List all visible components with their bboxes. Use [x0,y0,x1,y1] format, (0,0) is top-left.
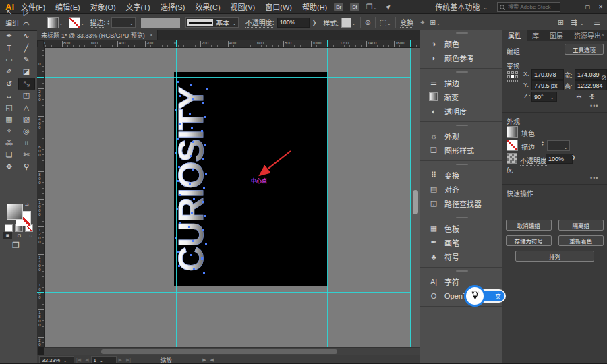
dock-item-align[interactable]: ▤对齐 [420,182,503,196]
close-tab-icon[interactable]: × [150,32,153,38]
menubar-menu-8[interactable]: 帮助(H) [302,1,327,12]
dock-group-handle[interactable] [456,164,468,165]
search-input[interactable] [507,3,556,11]
dock-item-transparency[interactable]: ◐透明度 [420,104,503,118]
zoom-tool[interactable]: ⚲ [19,161,34,173]
flip-horizontal-icon[interactable]: ▸|◂ [577,94,581,99]
line-segment-tool[interactable]: ╱ [19,42,34,54]
horizontal-ruler[interactable]: 1000800600400200020040060080010001200140… [44,40,420,48]
color-mode-button[interactable] [5,224,13,232]
ruler-corner[interactable] [37,40,44,47]
dock-group-handle[interactable] [456,32,468,34]
eyedropper-tool[interactable]: ✧ [1,125,17,137]
chevron-down-icon[interactable] [386,19,391,26]
y-field[interactable]: 779.5 px [531,80,564,90]
constrain-proportions-icon[interactable]: ⊘ [601,74,606,82]
panel-list-icon[interactable]: ☰ [594,18,600,27]
artboard-tool[interactable]: ❏ [1,149,17,160]
rocket-icon[interactable]: ➤ [383,1,394,12]
eraser-tool[interactable]: ◪ [19,66,34,78]
menubar-menu-4[interactable]: 选择(S) [161,1,185,12]
fill-swatch[interactable] [47,17,59,28]
draw-inside-icon[interactable]: ○ [26,232,35,239]
appearance-fill-swatch[interactable] [507,126,518,138]
stroke-weight-dropdown[interactable] [111,17,136,28]
column-graph-tool[interactable]: ⌗ [19,138,34,149]
collapse-panel-icon[interactable]: » [602,32,604,38]
maximize-button[interactable]: ▢ [581,0,594,13]
last-artboard-icon[interactable]: ▶| [126,357,131,363]
horizontal-scrollbar-thumb[interactable] [101,349,337,354]
quick-action-button-1[interactable]: 隔离组 [558,220,604,231]
fill-stroke-widget[interactable]: ⇄ [7,204,31,226]
first-artboard-icon[interactable]: |◀ [76,357,81,363]
selection-tool[interactable]: ↖ [1,7,17,18]
appearance-stroke-swatch[interactable] [507,140,518,151]
docs-grid-icon[interactable]: ⊞ [558,18,564,27]
dock-group-handle[interactable] [456,125,468,126]
canvas-viewport[interactable]: CURIOSITY 中心点 [44,47,420,347]
panel-tab-0[interactable]: 属性 [502,30,527,41]
previous-artboard-icon[interactable]: ◀ [85,357,88,363]
draw-normal-icon[interactable]: ◙ [3,232,12,239]
dock-group-handle[interactable] [456,217,468,218]
close-button[interactable]: ✕ [594,0,607,13]
x-field[interactable]: 170.078 [531,69,564,80]
docs-arrangement-icon[interactable]: ⇶ [571,18,577,27]
effects-button[interactable]: fx. [507,166,514,174]
badge-logo[interactable] [464,285,486,307]
dock-item-transform[interactable]: ⠿变换 [420,168,503,182]
fill-color-well[interactable] [7,204,23,220]
isolate-icon[interactable]: ⊞ [430,18,436,27]
bounding-box-icon[interactable]: ⌖ [420,18,424,27]
dock-group-handle[interactable] [456,71,468,73]
dock-item-appearance[interactable]: ☼外观 [420,129,503,143]
guide-vertical[interactable] [171,47,171,347]
chevron-down-icon[interactable] [351,19,356,26]
brush-definition-dropdown[interactable]: 基本 [185,17,239,28]
menubar-menu-6[interactable]: 视图(V) [231,1,256,12]
dock-item-graphic-styles[interactable]: ❑图形样式 [420,143,503,157]
angle-dropdown[interactable]: 90° [531,92,557,102]
menubar-menu-2[interactable]: 对象(O) [90,1,116,12]
appearance-opacity-label[interactable]: 不透明度 [520,155,547,166]
flip-vertical-icon[interactable]: ▸|◂ [589,94,595,98]
arrange-documents-icon[interactable]: ❐ [366,3,373,11]
dock-item-symbols[interactable]: ♣符号 [420,249,503,264]
stock-search[interactable] [497,2,560,12]
stroke-swatch[interactable] [69,17,80,28]
pen-tool[interactable]: ✒ [1,30,17,42]
guide-horizontal[interactable] [44,292,420,293]
type-tool[interactable]: T [1,42,17,54]
dock-item-color-guide[interactable]: ◗颜色参考 [420,51,503,65]
menubar-menu-1[interactable]: 编辑(E) [55,1,80,12]
dock-item-pathfinder[interactable]: ◱路径查找器 [420,196,503,210]
stroke-weight-stepper[interactable]: ▲▼ [105,20,111,25]
status-expand-right-icon[interactable]: ▶ [202,357,206,363]
slice-tool[interactable]: ✄ [19,149,34,160]
shaper-tool[interactable]: ✐ [1,66,17,78]
panel-tab-1[interactable]: 库 [527,30,544,41]
chevron-down-icon[interactable] [579,19,584,26]
minimize-button[interactable]: ─ [569,0,581,13]
screen-mode-icon[interactable]: ❐ [12,241,20,250]
guide-vertical[interactable] [322,47,322,347]
workspace-switcher[interactable]: 传统基本功能 [435,1,488,12]
dock-item-brushes[interactable]: ✒画笔 [420,235,503,249]
panel-tab-2[interactable]: 图层 [544,30,569,41]
gradient-tool[interactable]: ▧ [19,113,34,125]
document-tab[interactable]: 未标题-1* @ 33.33% (RGB/GPU 预览) × [37,30,158,40]
menubar-menu-3[interactable]: 文字(T) [126,1,150,12]
symbol-sprayer-tool[interactable]: ⁂ [1,138,17,149]
stock-button[interactable]: St [350,3,359,11]
chevron-down-icon[interactable] [373,3,378,11]
guide-horizontal[interactable] [44,181,420,181]
appearance-stroke-label[interactable]: 描边 [521,142,535,152]
appearance-opacity-field[interactable]: 100% [546,154,573,164]
guide-horizontal[interactable] [44,286,420,286]
status-expand-left-icon[interactable]: ◀ [210,357,214,363]
guide-horizontal[interactable] [44,77,420,78]
shape-builder-tool[interactable]: ◱ [1,102,17,113]
rectangle-tool[interactable]: ▭ [1,54,17,65]
paintbrush-tool[interactable]: ✎ [19,54,34,65]
